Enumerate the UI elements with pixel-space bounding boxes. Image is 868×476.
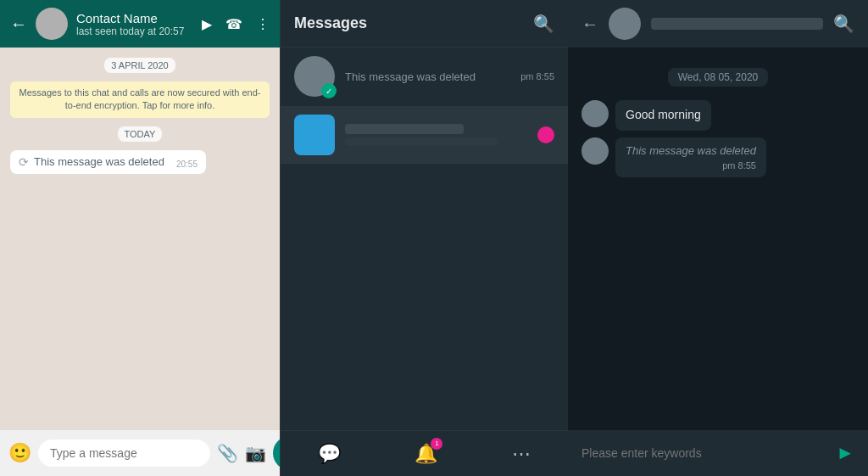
message-text-1: Good morning (626, 107, 701, 124)
message-input[interactable] (38, 440, 210, 467)
message-row-2: This message was deleted pm 8:55 (581, 137, 854, 177)
notification-badge: 1 (431, 438, 442, 450)
contact-status: last seen today at 20:57 (76, 25, 193, 37)
chat-header: ← Contact Name last seen today at 20:57 … (0, 0, 280, 48)
detail-panel: ← 🔍 Wed, 08 05, 2020 Good morning This m… (568, 0, 868, 476)
keyword-search-input[interactable] (581, 446, 827, 460)
chat-footer: 🙂 📎 📷 🎤 (0, 430, 280, 476)
header-icons: ▶ ☎ ⋮ (202, 16, 270, 32)
detail-back-button[interactable]: ← (581, 14, 598, 34)
chat-panel: ← Contact Name last seen today at 20:57 … (0, 0, 280, 476)
contact-info: Contact Name last seen today at 20:57 (76, 11, 193, 37)
more-options-button[interactable]: ⋯ (502, 433, 541, 475)
chat-body: 3 APRIL 2020 Messages to this chat and c… (0, 48, 280, 430)
sender-avatar-2 (581, 137, 609, 165)
attach-icon[interactable]: 📎 (217, 443, 238, 463)
detail-date-badge: Wed, 08 05, 2020 (668, 68, 769, 87)
list-item-meta: pm 8:55 (520, 71, 554, 81)
list-item-content: This message was deleted (345, 70, 510, 83)
list-item-preview: This message was deleted (345, 70, 510, 83)
contact-avatar (36, 8, 68, 40)
camera-icon[interactable]: 📷 (245, 443, 266, 463)
list-item-avatar: ✓ (294, 56, 335, 97)
list-item-time: pm 8:55 (520, 71, 554, 81)
messages-footer: 💬 🔔 1 ⋯ (281, 430, 568, 476)
message-row-1: Good morning (581, 100, 854, 131)
detail-footer: ► (568, 430, 868, 476)
emoji-button[interactable]: 🙂 (8, 442, 31, 464)
messages-list: ✓ This message was deleted pm 8:55 (281, 48, 568, 430)
messages-search-icon[interactable]: 🔍 (533, 14, 554, 34)
list-item[interactable]: ✓ This message was deleted pm 8:55 (281, 48, 568, 106)
deleted-message-text-2: This message was deleted (626, 144, 756, 157)
detail-name-blurred (651, 18, 823, 30)
menu-icon[interactable]: ⋮ (256, 16, 270, 32)
detail-avatar (609, 8, 641, 40)
deleted-message-icon: ⟳ (19, 155, 29, 169)
list-item-name-blurred (345, 124, 464, 134)
sender-avatar-1 (581, 100, 609, 127)
send-button[interactable]: ► (836, 442, 854, 464)
chat-tab-button[interactable]: 💬 (308, 433, 351, 475)
whatsapp-badge: ✓ (321, 83, 337, 98)
messages-header: Messages 🔍 (281, 0, 568, 48)
detail-search-button[interactable]: 🔍 (833, 14, 854, 34)
deleted-message-bubble: ⟳ This message was deleted 20:55 (10, 150, 206, 174)
encryption-notice: Messages to this chat and calls are now … (10, 81, 270, 118)
contact-name: Contact Name (76, 11, 193, 25)
list-item-avatar-2 (294, 115, 335, 155)
list-item-preview-blurred (345, 137, 498, 146)
message-bubble-2: This message was deleted pm 8:55 (615, 137, 766, 177)
list-item-active[interactable] (281, 106, 568, 164)
detail-body: Wed, 08 05, 2020 Good morning This messa… (568, 48, 868, 430)
message-time: 20:55 (170, 160, 198, 169)
message-time-2: pm 8:55 (626, 160, 756, 171)
date-badge-today: TODAY (118, 126, 163, 142)
back-icon[interactable]: ← (10, 14, 27, 34)
list-item-content-2 (345, 124, 527, 146)
list-item-meta-2 (537, 126, 554, 143)
date-badge-april: 3 APRIL 2020 (104, 58, 175, 73)
phone-icon[interactable]: ☎ (225, 16, 242, 32)
messages-title: Messages (294, 14, 367, 32)
detail-header: ← 🔍 (568, 0, 868, 48)
unread-badge (537, 126, 554, 143)
notifications-button[interactable]: 🔔 1 (404, 433, 448, 475)
message-bubble-1: Good morning (615, 100, 711, 131)
deleted-message-text: This message was deleted (34, 155, 164, 168)
video-call-icon[interactable]: ▶ (202, 16, 212, 32)
messages-panel: Messages 🔍 ✓ This message was deleted pm… (280, 0, 568, 476)
